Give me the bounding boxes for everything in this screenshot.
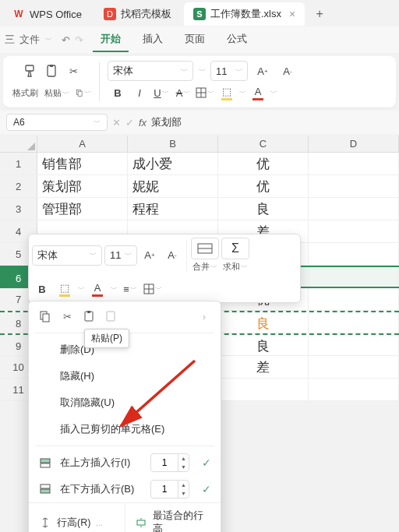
col-header-a[interactable]: A — [37, 136, 128, 152]
decrease-font-icon[interactable]: A- — [277, 61, 298, 81]
merge-cells-icon[interactable] — [191, 238, 219, 259]
cut-icon[interactable]: ✂ — [65, 62, 83, 80]
ctx-unhide[interactable]: 取消隐藏(U) — [29, 389, 221, 416]
svg-rect-14 — [41, 459, 50, 463]
cell[interactable]: 良 — [218, 312, 309, 333]
confirm-icon[interactable]: ✓ — [125, 117, 134, 129]
undo-icon[interactable]: ↶ — [62, 34, 70, 46]
row-header[interactable]: 3 — [0, 198, 37, 220]
row-header[interactable]: 1 — [0, 153, 37, 174]
cell[interactable] — [309, 267, 399, 287]
cut-icon[interactable]: ✂ — [60, 309, 74, 323]
formula-value[interactable]: 策划部 — [151, 115, 182, 129]
tab-workbook[interactable]: S 工作簿数量.xlsx × — [184, 2, 305, 26]
confirm-icon[interactable]: ✓ — [202, 456, 211, 469]
format-painter-icon[interactable] — [21, 62, 40, 80]
borders-button[interactable]: ﹀ — [195, 83, 215, 103]
ctx-insert-below[interactable]: 在下方插入行(B) ▲▼ ✓ — [29, 476, 221, 502]
chevron-right-icon[interactable]: › — [197, 309, 211, 323]
col-header-b[interactable]: B — [128, 136, 218, 152]
bold-button[interactable]: B — [32, 279, 52, 299]
paste-special-icon[interactable] — [104, 309, 118, 323]
font-color-button[interactable]: A — [248, 83, 268, 103]
tab-label: WPS Office — [30, 9, 82, 20]
underline-button[interactable]: U﹀ — [151, 83, 171, 103]
cancel-icon[interactable]: ✕ — [112, 117, 121, 129]
tab-wps-home[interactable]: W WPS Office — [3, 3, 91, 25]
paste-icon[interactable] — [82, 309, 96, 323]
font-color-button[interactable]: A — [87, 279, 108, 299]
decrease-font-icon[interactable]: A- — [162, 245, 182, 266]
tab-insert[interactable]: 插入 — [135, 27, 171, 52]
spreadsheet-icon: S — [193, 8, 206, 20]
cell[interactable]: 妮妮 — [128, 175, 218, 197]
mini-font-select[interactable]: 宋体﹀ — [32, 245, 102, 266]
close-tab-icon[interactable]: × — [289, 8, 295, 20]
tab-docer[interactable]: D 找稻壳模板 — [94, 2, 181, 26]
paste-label[interactable]: 粘贴﹀ — [44, 87, 69, 99]
borders-button[interactable]: ﹀ — [143, 279, 163, 299]
cell[interactable]: 良 — [218, 335, 309, 355]
cell[interactable] — [309, 243, 399, 265]
file-menu[interactable]: 文件 — [19, 33, 40, 47]
autosum-icon[interactable]: Σ — [221, 238, 249, 259]
tab-page[interactable]: 页面 — [177, 27, 213, 52]
col-header-d[interactable]: D — [309, 136, 399, 152]
increase-font-icon[interactable]: A+ — [139, 245, 160, 266]
paste-tooltip: 粘贴(P) — [84, 329, 129, 348]
cell[interactable] — [309, 220, 399, 242]
copy-icon[interactable]: ﹀ — [76, 83, 91, 102]
new-tab-button[interactable]: + — [308, 7, 331, 21]
mini-size-select[interactable]: 11﹀ — [104, 245, 137, 266]
italic-button[interactable]: I — [129, 83, 150, 103]
font-size-select[interactable]: 11﹀ — [210, 61, 248, 81]
cell[interactable]: 管理部 — [37, 198, 128, 220]
tab-start[interactable]: 开始 — [93, 27, 129, 52]
increase-font-icon[interactable]: A+ — [252, 61, 273, 81]
bold-button[interactable]: B — [108, 83, 128, 103]
ctx-bottom-row: 行高(R)… 最适合的行高 — [29, 502, 221, 532]
row-count-stepper[interactable]: ▲▼ — [150, 453, 189, 472]
ctx-insert-above[interactable]: 在上方插入行(I) ▲▼ ✓ — [29, 449, 221, 476]
cell[interactable] — [309, 198, 399, 220]
ctx-best-fit-height[interactable]: 最适合的行高 — [125, 503, 221, 532]
name-box[interactable]: A6 ﹀ — [6, 114, 108, 131]
ctx-hide[interactable]: 隐藏(H) — [29, 363, 221, 389]
cell[interactable] — [309, 335, 399, 355]
hamburger-icon[interactable]: 三 — [5, 33, 15, 47]
cell[interactable]: 策划部 — [37, 175, 128, 197]
fx-icon[interactable]: fx — [139, 117, 147, 129]
ctx-insert-cut-cells[interactable]: 插入已剪切的单元格(E) — [29, 416, 221, 442]
cell[interactable]: 差 — [218, 356, 309, 378]
fill-color-button[interactable]: ⬚ — [55, 279, 75, 299]
align-button[interactable]: ≡﹀ — [120, 279, 140, 299]
cell[interactable]: 优 — [218, 175, 309, 197]
cell[interactable]: 优 — [218, 153, 309, 174]
tab-formula[interactable]: 公式 — [219, 27, 255, 52]
cell[interactable]: 成小爱 — [128, 153, 218, 174]
row-count-stepper[interactable]: ▲▼ — [150, 480, 189, 499]
font-family-select[interactable]: 宋体﹀ — [108, 61, 193, 81]
cell[interactable]: 良 — [218, 198, 309, 220]
chevron-down-icon[interactable]: ﹀ — [199, 66, 206, 76]
redo-icon[interactable]: ↷ — [75, 34, 83, 46]
paste-icon[interactable] — [43, 62, 62, 80]
cell[interactable] — [309, 175, 399, 197]
col-header-c[interactable]: C — [218, 136, 309, 152]
confirm-icon[interactable]: ✓ — [202, 483, 211, 495]
strikethrough-button[interactable]: A﹀ — [173, 83, 193, 103]
cell[interactable]: 程程 — [128, 198, 218, 220]
cell[interactable] — [309, 312, 399, 333]
cell[interactable] — [309, 356, 399, 378]
cell[interactable] — [309, 153, 399, 174]
select-all-corner[interactable] — [0, 136, 37, 152]
cell[interactable] — [309, 288, 399, 310]
cell[interactable] — [309, 379, 399, 400]
cell[interactable] — [218, 379, 309, 400]
fill-color-button[interactable]: ⬚ — [217, 83, 237, 103]
copy-icon[interactable] — [38, 309, 52, 323]
column-headers: A B C D — [0, 136, 399, 153]
ctx-row-height[interactable]: 行高(R)… — [29, 503, 125, 532]
row-header[interactable]: 2 — [0, 175, 37, 197]
cell[interactable]: 销售部 — [37, 153, 128, 174]
